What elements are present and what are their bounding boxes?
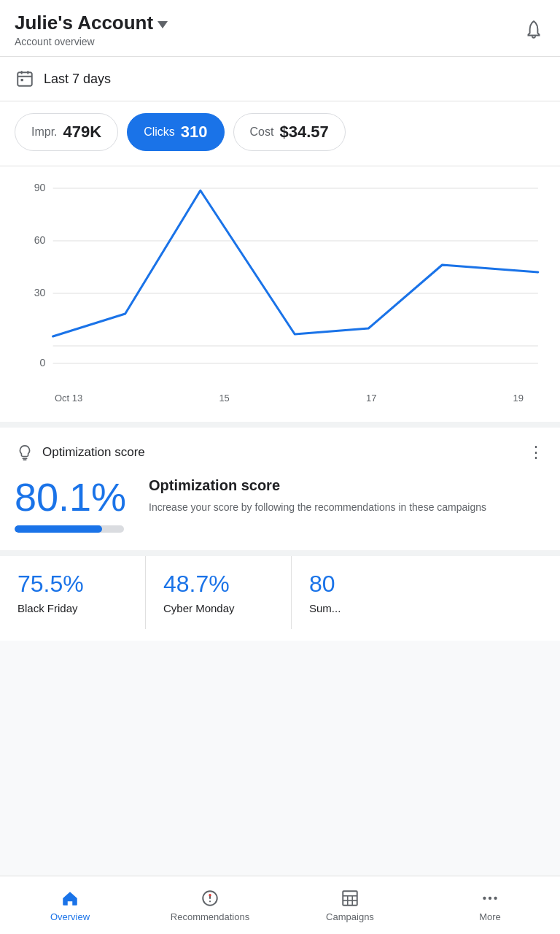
svg-rect-0 <box>18 72 32 85</box>
svg-rect-4 <box>21 79 23 81</box>
clicks-value: 310 <box>181 123 208 142</box>
nav-item-more[interactable]: More <box>420 876 560 934</box>
date-filter-section[interactable]: Last 7 days <box>0 57 560 101</box>
campaign-name-bf: Black Friday <box>18 602 128 614</box>
nav-item-overview[interactable]: Overview <box>0 876 140 934</box>
home-icon <box>60 888 80 908</box>
progress-bar-container <box>15 525 124 533</box>
svg-text:90: 90 <box>34 182 46 193</box>
nav-item-campaigns[interactable]: Campaigns <box>280 876 420 934</box>
account-subtitle: Account overview <box>15 36 168 47</box>
date-range-label: Last 7 days <box>44 72 111 87</box>
calendar-icon <box>15 69 35 89</box>
opt-section-label: Optimization score <box>42 445 145 460</box>
chart-section: 90 60 30 0 Oct 13 15 17 19 <box>0 166 560 428</box>
svg-point-26 <box>494 897 497 900</box>
x-label-17: 17 <box>366 393 376 404</box>
campaign-card-black-friday[interactable]: 75.5% Black Friday <box>0 556 146 629</box>
header-left: Julie's Account Account overview <box>15 12 168 47</box>
svg-text:0: 0 <box>40 357 46 368</box>
campaign-name-cm: Cyber Monday <box>163 602 273 614</box>
metrics-section: Impr. 479K Clicks 310 Cost $34.57 <box>0 101 560 166</box>
more-vertical-icon[interactable]: ⋮ <box>528 443 545 462</box>
opt-description: Increase your score by following the rec… <box>149 500 486 515</box>
account-name-text: Julie's Account <box>15 12 153 34</box>
metric-pill-impr[interactable]: Impr. 479K <box>15 113 118 151</box>
clicks-label: Clicks <box>144 126 175 139</box>
cost-label: Cost <box>250 126 274 139</box>
cost-value: $34.57 <box>279 123 328 142</box>
svg-point-17 <box>209 894 211 896</box>
opt-header-left: Optimization score <box>15 442 145 463</box>
opt-title: Optimization score <box>149 477 486 494</box>
svg-rect-19 <box>343 891 357 906</box>
opt-header: Optimization score ⋮ <box>15 442 545 463</box>
svg-point-25 <box>489 897 491 900</box>
chart-container: 90 60 30 0 Oct 13 15 17 19 <box>15 181 545 414</box>
campaigns-icon <box>340 888 360 908</box>
nav-item-recommendations[interactable]: Recommendations <box>140 876 280 934</box>
svg-text:60: 60 <box>34 234 46 246</box>
nav-label-overview: Overview <box>50 911 90 922</box>
metric-pill-cost[interactable]: Cost $34.57 <box>233 113 346 151</box>
opt-score-container: 80.1% <box>15 477 131 533</box>
campaign-score-sum: 80 <box>309 571 420 598</box>
svg-point-18 <box>209 900 211 902</box>
opt-content: 80.1% Optimization score Increase your s… <box>15 477 545 533</box>
optimization-section: Optimization score ⋮ 80.1% Optimization … <box>0 428 560 556</box>
x-label-15: 15 <box>219 393 229 404</box>
x-label-oct13: Oct 13 <box>55 393 82 404</box>
svg-point-24 <box>483 897 486 900</box>
progress-bar-fill <box>15 525 102 533</box>
account-dropdown-arrow[interactable] <box>158 21 168 28</box>
nav-label-campaigns: Campaigns <box>326 911 374 922</box>
account-title[interactable]: Julie's Account <box>15 12 168 34</box>
campaign-cards-row: 75.5% Black Friday 48.7% Cyber Monday 80… <box>0 556 560 629</box>
recommendations-icon <box>200 888 220 908</box>
bell-icon[interactable] <box>522 18 545 42</box>
campaigns-section: 75.5% Black Friday 48.7% Cyber Monday 80… <box>0 556 560 641</box>
nav-label-more: More <box>479 911 501 922</box>
opt-score-value: 80.1% <box>15 477 131 517</box>
svg-text:30: 30 <box>34 287 46 298</box>
impr-value: 479K <box>63 123 102 142</box>
lightbulb-icon <box>15 442 35 463</box>
metric-pill-clicks[interactable]: Clicks 310 <box>127 113 224 151</box>
campaign-score-bf: 75.5% <box>18 571 128 598</box>
campaign-name-sum: Sum... <box>309 602 420 614</box>
impr-label: Impr. <box>31 126 58 139</box>
campaign-card-cyber-monday[interactable]: 48.7% Cyber Monday <box>146 556 292 629</box>
x-axis-labels: Oct 13 15 17 19 <box>15 388 545 404</box>
more-icon <box>480 888 500 908</box>
line-chart: 90 60 30 0 <box>15 181 545 385</box>
x-label-19: 19 <box>513 393 524 404</box>
campaign-card-sum[interactable]: 80 Sum... <box>292 556 438 629</box>
bottom-nav: Overview Recommendations Campaigns <box>0 876 560 934</box>
campaign-score-cm: 48.7% <box>163 571 273 598</box>
opt-description-container: Optimization score Increase your score b… <box>149 477 486 515</box>
app-header: Julie's Account Account overview <box>0 0 560 57</box>
nav-label-recommendations: Recommendations <box>171 911 249 922</box>
